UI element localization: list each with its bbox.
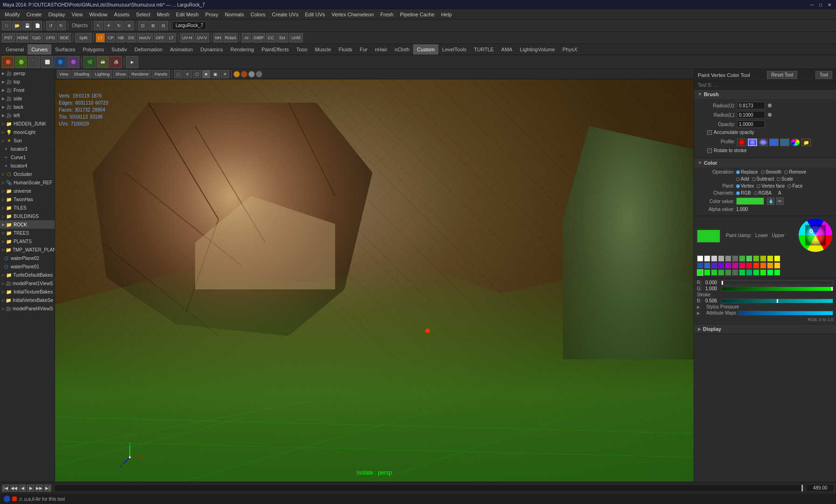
profile-btn-folder[interactable]: 📁 — [801, 139, 811, 146]
tab-curves[interactable]: Curves — [28, 44, 51, 55]
tab-fur[interactable]: Fur — [356, 44, 372, 55]
color-value-edit[interactable]: ✏ — [776, 197, 784, 205]
color-section-header[interactable]: ▼ Color — [694, 158, 836, 168]
vp-tex-btn[interactable]: ▣ — [211, 70, 220, 78]
tb-pst[interactable]: PST — [2, 33, 15, 42]
radio-rgba[interactable]: RGBA — [754, 190, 772, 196]
tb-select[interactable]: ↖ — [94, 21, 103, 30]
swatch-green-a[interactable] — [704, 269, 710, 276]
menu-fresh[interactable]: Fresh — [378, 11, 396, 18]
vp-color4[interactable] — [256, 71, 262, 77]
outliner-item-occluder[interactable]: ▷ ⬡ Occluder — [0, 170, 55, 178]
tb-uvh[interactable]: UV-H — [180, 33, 194, 42]
outliner-item-buildings[interactable]: ▷ 📁 BUILDINGS — [0, 212, 55, 220]
outliner-item-waterplane01[interactable]: ⬡ waterPlane01 — [0, 262, 55, 271]
radio-face[interactable]: Face — [787, 183, 802, 189]
radius-l-input[interactable] — [737, 111, 765, 119]
vp-color1[interactable] — [233, 71, 240, 77]
outliner-item-universe[interactable]: ▷ 📁 universe — [0, 187, 55, 195]
shelf-icon1[interactable]: 🔴 — [2, 56, 14, 68]
swatch-yellow-lime[interactable] — [767, 255, 773, 262]
swatch-green-f[interactable] — [739, 269, 745, 276]
radio-replace[interactable]: Replace — [736, 169, 758, 175]
outliner-item-moonlight[interactable]: ▷ 💡 moonLight — [0, 128, 55, 136]
swatch-orange[interactable] — [760, 262, 766, 269]
current-color-large[interactable] — [697, 230, 720, 243]
menu-edituvs[interactable]: Edit UVs — [302, 11, 328, 18]
swatch-neon-green[interactable] — [774, 269, 780, 276]
radio-smooth[interactable]: Smooth — [761, 169, 781, 175]
tab-dynamics[interactable]: Dynamics — [197, 44, 226, 55]
radio-rgb[interactable]: RGB — [736, 190, 751, 196]
vp-lighting-menu[interactable]: Lighting — [92, 70, 112, 78]
menu-window[interactable]: Window — [86, 11, 110, 18]
tb-snap3[interactable]: ⊟ — [159, 21, 168, 30]
tab-turtle[interactable]: TURTLE — [470, 44, 498, 55]
reset-tool-btn[interactable]: Reset Tool — [767, 71, 797, 79]
menu-select[interactable]: Select — [133, 11, 153, 18]
accumulate-checkbox[interactable] — [707, 130, 712, 135]
swatch-dkr-gray[interactable] — [732, 255, 738, 262]
radio-scale[interactable]: Scale — [777, 176, 793, 182]
color-wheel-svg[interactable] — [798, 218, 833, 253]
swatch-green2[interactable] — [746, 255, 752, 262]
tb-gtbp[interactable]: GtBP — [252, 33, 265, 42]
profile-btn-3[interactable] — [759, 139, 768, 146]
tb-save2[interactable]: 📄 — [33, 21, 42, 30]
tab-general[interactable]: General — [2, 44, 28, 55]
outliner-item-turtledefault[interactable]: ▷ 📁 TurtleDefaultBakes — [0, 271, 55, 279]
profile-btn-5[interactable] — [780, 139, 789, 146]
profile-btn-1[interactable] — [737, 139, 746, 146]
tab-ama[interactable]: AMA — [498, 44, 516, 55]
outliner-item-left[interactable]: ▶ 🎥 left — [0, 111, 55, 119]
timeline-back-btn[interactable]: ◀ — [19, 484, 26, 492]
outliner-item-trees[interactable]: ▷ 📁 TREES — [0, 229, 55, 237]
outliner-item-waterplane02[interactable]: ⬡ waterPlane02 — [0, 254, 55, 262]
outliner-item-tmp-water[interactable]: ▷ 📁 TMP_WATER_PLAN — [0, 245, 55, 254]
brush-section-header[interactable]: ▼ Brush — [694, 90, 836, 99]
swatch-yellow-green[interactable] — [753, 255, 759, 262]
swatch-green-c[interactable] — [718, 269, 724, 276]
close-btn[interactable]: ✕ — [826, 2, 833, 7]
tab-lightingvolume[interactable]: LightingVolume — [516, 44, 559, 55]
menu-pipelinecache[interactable]: Pipeline Cache — [397, 11, 437, 18]
swatch-blue1[interactable] — [697, 262, 703, 269]
tb-cpd[interactable]: CpD — [30, 33, 43, 42]
tab-nhair[interactable]: nHair — [371, 44, 391, 55]
swatch-dk-gray[interactable] — [725, 255, 731, 262]
outliner-item-rock[interactable]: ▶ 📁 ROCK — [0, 220, 55, 229]
menu-display[interactable]: Display — [45, 11, 68, 18]
vp-shading-menu[interactable]: Shading — [71, 70, 91, 78]
outliner-item-tiles[interactable]: ▷ 📁 TILES — [0, 203, 55, 212]
swatch-teal-b[interactable] — [753, 269, 759, 276]
tb-lt2[interactable]: LT — [167, 33, 176, 42]
swatch-green-d[interactable] — [725, 269, 731, 276]
g-slider[interactable] — [721, 287, 833, 291]
tab-muscle[interactable]: Muscle — [311, 44, 335, 55]
outliner-item-curve1[interactable]: ~ Curve1 — [0, 153, 55, 161]
radio-subtract[interactable]: Subtract — [752, 176, 774, 182]
swatch-orange-red[interactable] — [753, 262, 759, 269]
vp-panels-menu[interactable]: Panels — [152, 70, 170, 78]
swatch-purple[interactable] — [718, 262, 724, 269]
vp-renderer-menu[interactable]: Renderer — [129, 70, 151, 78]
tab-painteffects[interactable]: PaintEffects — [258, 44, 293, 55]
swatch-md-gray[interactable] — [718, 255, 724, 262]
tb-isouv[interactable]: IsoUV — [137, 33, 153, 42]
vp-solid-btn[interactable]: ■ — [202, 70, 211, 78]
outliner-item-humanscale[interactable]: ▷ 📎 HumanScale_REF — [0, 178, 55, 187]
swatch-red[interactable] — [746, 262, 752, 269]
outliner-item-plants[interactable]: ▷ 📁 PLANTS — [0, 237, 55, 245]
outliner-item-persp[interactable]: ▶ 🎥 persp — [0, 69, 55, 77]
outliner-item-modelpanel1[interactable]: ▷ 🎥 modelPanel1ViewS — [0, 279, 55, 287]
menu-proxy[interactable]: Proxy — [203, 11, 221, 18]
tb-unfd[interactable]: Unfd — [289, 33, 303, 42]
tb-undo[interactable]: ↺ — [46, 21, 56, 30]
tb-cp[interactable]: CP — [106, 33, 115, 42]
tb-rotate[interactable]: ↻ — [114, 21, 124, 30]
swatch-gold[interactable] — [774, 262, 780, 269]
outliner-item-modelpanel4[interactable]: ▷ 🎥 modelPanel4ViewS — [0, 304, 55, 313]
outliner-item-twonhas[interactable]: ▷ 📁 TwonHas — [0, 195, 55, 203]
tab-ncloth[interactable]: nCloth — [391, 44, 414, 55]
swatch-bright-green[interactable] — [697, 269, 703, 276]
